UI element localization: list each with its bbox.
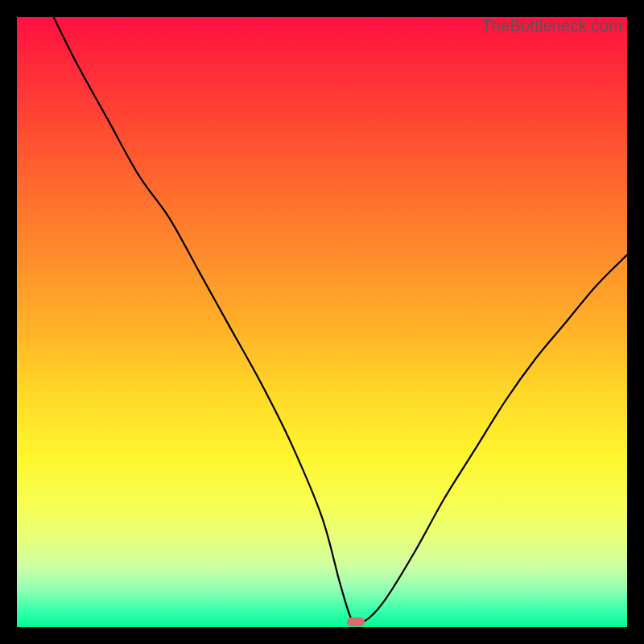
bottleneck-curve (17, 17, 627, 627)
watermark-text: TheBottleneck.com (481, 17, 622, 35)
optimal-marker (347, 617, 365, 626)
plot-area: TheBottleneck.com (17, 17, 627, 627)
chart-frame: TheBottleneck.com (0, 0, 644, 644)
